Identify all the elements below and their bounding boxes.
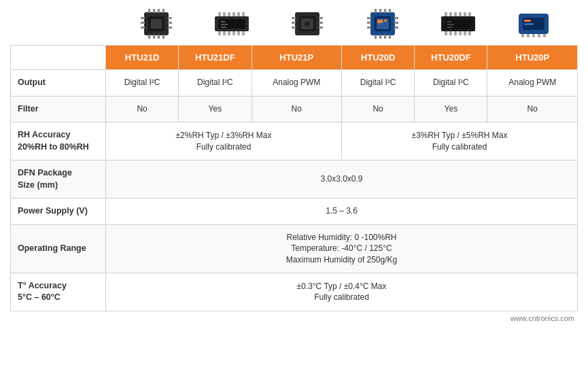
svg-rect-77	[459, 12, 462, 16]
svg-rect-60	[379, 35, 381, 39]
t-accuracy-value: ±0.3°C Typ / ±0.4°C Max Fully calibrated	[106, 273, 578, 311]
comparison-table: HTU21D HTU21DF HTU21P HTU20D HTU20DF HTU…	[10, 45, 578, 311]
product-image-htu21d	[119, 7, 194, 41]
row-t-accuracy: T° Accuracy 5°C – 60°C ±0.3°C Typ / ±0.4…	[11, 273, 578, 311]
rh-accuracy-left: ±2%RH Typ / ±3%RH Max Fully calibrated	[106, 122, 342, 160]
svg-rect-61	[384, 35, 386, 39]
svg-rect-83	[524, 23, 534, 25]
svg-rect-28	[218, 12, 221, 16]
power-supply-value: 1.5 – 3.6	[106, 199, 578, 225]
label-operating-range: Operating Range	[11, 224, 106, 273]
svg-rect-5	[141, 27, 145, 29]
svg-rect-70	[454, 31, 457, 35]
svg-rect-74	[445, 12, 447, 16]
dfn-package-value: 3.0x3.0x0.9	[106, 160, 578, 199]
svg-rect-65	[447, 21, 451, 22]
svg-rect-13	[148, 35, 150, 39]
svg-rect-73	[468, 31, 471, 35]
svg-rect-51	[367, 27, 371, 29]
output-htu21df: Digital I²C	[179, 70, 252, 97]
row-filter: Filter No Yes No No Yes No	[11, 96, 578, 122]
svg-rect-72	[464, 31, 466, 35]
svg-rect-33	[242, 12, 245, 16]
svg-rect-3	[141, 17, 145, 19]
svg-rect-75	[449, 12, 452, 16]
product-image-htu21p	[270, 7, 345, 41]
svg-rect-9	[148, 9, 150, 13]
svg-rect-42	[319, 22, 323, 24]
svg-rect-16	[162, 35, 165, 39]
operating-range-value: Relative Humidity: 0 -100%RH Temperature…	[106, 224, 578, 273]
header-empty	[11, 46, 106, 70]
product-image-htu21df	[194, 7, 270, 41]
header-htu21d: HTU21D	[106, 46, 179, 70]
svg-rect-15	[158, 35, 160, 39]
output-htu20d: Digital I²C	[341, 70, 414, 97]
svg-rect-87	[538, 34, 540, 37]
svg-rect-24	[228, 31, 230, 35]
svg-rect-26	[237, 31, 240, 35]
svg-rect-56	[379, 9, 381, 13]
svg-rect-82	[524, 20, 531, 22]
header-htu20p: HTU20P	[487, 46, 578, 70]
svg-rect-69	[449, 31, 452, 35]
watermark: www.cntronics.com	[10, 311, 578, 322]
svg-rect-21	[221, 27, 226, 28]
svg-rect-49	[367, 17, 371, 19]
svg-rect-8	[168, 27, 172, 29]
header-row: HTU21D HTU21DF HTU21P HTU20D HTU20DF HTU…	[11, 46, 578, 70]
svg-rect-88	[543, 34, 546, 37]
svg-rect-85	[527, 34, 530, 37]
svg-rect-22	[218, 31, 221, 35]
svg-rect-31	[232, 12, 235, 16]
label-power-supply: Power Supply (V)	[11, 199, 106, 225]
products-image-row	[10, 7, 578, 41]
svg-rect-86	[532, 34, 535, 37]
label-rh-accuracy: RH Accuracy 20%RH to 80%RH	[11, 122, 106, 160]
filter-htu21df: Yes	[179, 96, 252, 122]
svg-rect-20	[221, 24, 228, 25]
svg-point-37	[305, 21, 310, 27]
header-htu21p: HTU21P	[252, 46, 341, 70]
svg-rect-55	[375, 9, 377, 13]
svg-rect-66	[447, 24, 454, 25]
output-htu20p: Analog PWM	[487, 70, 578, 97]
label-output: Output	[11, 70, 106, 97]
svg-rect-39	[292, 22, 296, 24]
svg-rect-78	[464, 12, 466, 16]
svg-rect-53	[394, 22, 398, 24]
svg-rect-43	[319, 27, 323, 29]
page-wrapper: HTU21D HTU21DF HTU21P HTU20D HTU20DF HTU…	[0, 0, 588, 333]
row-output: Output Digital I²C Digital I²C Analog PW…	[11, 70, 578, 97]
svg-rect-84	[521, 34, 524, 37]
svg-rect-38	[292, 17, 296, 19]
product-image-htu20p	[496, 7, 571, 41]
filter-htu21d: No	[106, 96, 179, 122]
row-rh-accuracy: RH Accuracy 20%RH to 80%RH ±2%RH Typ / ±…	[11, 122, 578, 160]
svg-rect-68	[445, 31, 447, 35]
filter-htu20d: No	[341, 96, 414, 122]
svg-rect-79	[468, 12, 471, 16]
svg-rect-29	[223, 12, 226, 16]
svg-rect-50	[367, 22, 371, 24]
output-htu21p: Analog PWM	[252, 70, 341, 97]
filter-htu20p: No	[487, 96, 578, 122]
filter-htu20df: Yes	[415, 96, 487, 122]
svg-rect-12	[162, 9, 165, 13]
filter-htu21p: No	[252, 96, 341, 122]
header-htu20d: HTU20D	[341, 46, 414, 70]
header-htu20df: HTU20DF	[415, 46, 487, 70]
svg-rect-71	[459, 31, 462, 35]
svg-rect-19	[221, 21, 225, 22]
svg-rect-14	[153, 35, 155, 39]
svg-rect-25	[232, 31, 235, 35]
svg-rect-23	[223, 31, 226, 35]
svg-rect-6	[168, 17, 172, 19]
svg-rect-30	[228, 12, 230, 16]
svg-rect-10	[153, 9, 155, 13]
header-htu21df: HTU21DF	[179, 46, 252, 70]
label-t-accuracy: T° Accuracy 5°C – 60°C	[11, 273, 106, 311]
svg-rect-59	[375, 35, 377, 39]
svg-rect-7	[168, 22, 172, 24]
svg-rect-67	[447, 27, 453, 28]
